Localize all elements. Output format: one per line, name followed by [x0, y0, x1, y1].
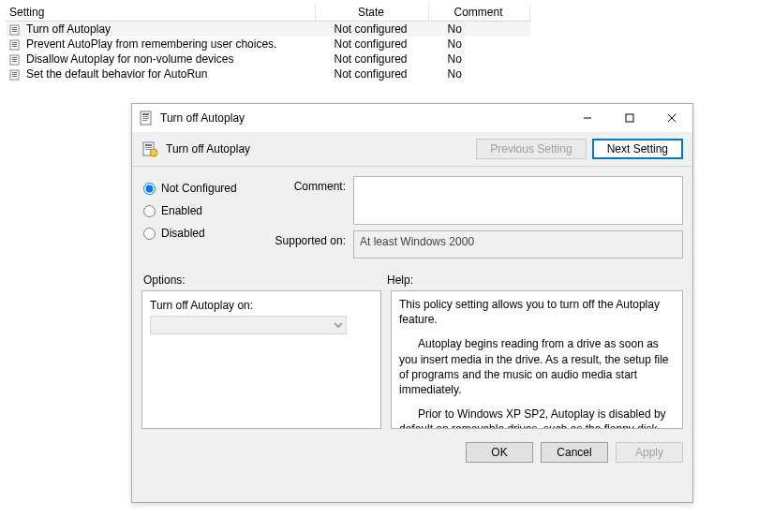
- radio-not-configured[interactable]: Not Configured: [141, 182, 261, 195]
- table-row[interactable]: Turn off Autoplay Not configured No: [6, 22, 530, 37]
- close-button[interactable]: [650, 105, 692, 131]
- col-header-comment[interactable]: Comment: [429, 4, 530, 22]
- ok-button[interactable]: OK: [466, 442, 533, 463]
- toolbar-title: Turn off Autoplay: [166, 142, 470, 155]
- help-heading: Help:: [387, 273, 413, 287]
- svg-rect-20: [142, 120, 147, 121]
- next-setting-button[interactable]: Next Setting: [592, 139, 683, 159]
- svg-point-29: [150, 149, 157, 156]
- svg-rect-2: [12, 29, 17, 30]
- table-row[interactable]: Disallow Autoplay for non-volume devices…: [6, 52, 530, 66]
- window-title: Turn off Autoplay: [160, 111, 566, 125]
- radio-input[interactable]: [143, 228, 156, 240]
- table-row[interactable]: Prevent AutoPlay from remembering user c…: [6, 37, 530, 52]
- comment-input[interactable]: [353, 176, 683, 225]
- maximize-button[interactable]: [608, 105, 650, 131]
- svg-rect-19: [142, 118, 149, 119]
- col-header-state[interactable]: State: [316, 4, 429, 22]
- policy-dialog: Turn off Autoplay Turn off Autoplay Prev…: [131, 103, 693, 503]
- radio-enabled[interactable]: Enabled: [141, 204, 261, 217]
- policy-icon: [9, 54, 22, 66]
- setting-name: Disallow Autoplay for non-volume devices: [26, 52, 233, 66]
- svg-rect-10: [12, 59, 17, 60]
- setting-name: Turn off Autoplay: [26, 22, 111, 36]
- radio-label: Disabled: [161, 227, 205, 240]
- setting-state: Not configured: [316, 52, 429, 66]
- svg-rect-1: [12, 27, 17, 28]
- setting-name: Prevent AutoPlay from remembering user c…: [26, 37, 276, 51]
- setting-comment: No: [429, 37, 530, 52]
- titlebar[interactable]: Turn off Autoplay: [132, 104, 692, 132]
- setting-name: Set the default behavior for AutoRun: [26, 67, 207, 81]
- svg-rect-15: [12, 76, 17, 77]
- autoplay-target-select: [150, 316, 347, 334]
- svg-rect-3: [12, 31, 17, 32]
- radio-disabled[interactable]: Disabled: [141, 227, 261, 240]
- policy-icon: [9, 39, 22, 51]
- table-row[interactable]: Set the default behavior for AutoRun Not…: [6, 66, 530, 81]
- svg-rect-7: [12, 46, 17, 47]
- policy-icon: [9, 24, 22, 36]
- radio-label: Not Configured: [161, 182, 237, 195]
- option-label: Turn off Autoplay on:: [150, 299, 373, 312]
- radio-input[interactable]: [143, 183, 156, 195]
- apply-button: Apply: [616, 442, 683, 463]
- state-radio-group: Not Configured Enabled Disabled: [141, 176, 261, 264]
- policy-icon: [9, 69, 22, 81]
- help-pane[interactable]: This policy setting allows you to turn o…: [391, 290, 683, 429]
- comment-label: Comment:: [261, 176, 353, 225]
- table-header-row: Setting State Comment: [6, 4, 530, 22]
- svg-rect-27: [145, 147, 152, 148]
- help-paragraph: Prior to Windows XP SP2, Autoplay is dis…: [399, 406, 676, 429]
- policy-icon: [141, 140, 158, 157]
- col-header-setting[interactable]: Setting: [6, 4, 316, 22]
- radio-input[interactable]: [143, 205, 156, 217]
- minimize-button[interactable]: [566, 105, 608, 131]
- svg-rect-18: [142, 116, 149, 117]
- options-heading: Options:: [143, 273, 387, 287]
- supported-on-text: At least Windows 2000: [353, 230, 683, 259]
- setting-comment: No: [429, 66, 530, 81]
- svg-rect-13: [12, 72, 17, 73]
- app-icon: [140, 111, 155, 126]
- svg-rect-9: [12, 57, 17, 58]
- svg-rect-22: [626, 114, 633, 122]
- help-paragraph: This policy setting allows you to turn o…: [399, 297, 676, 327]
- setting-state: Not configured: [316, 22, 429, 37]
- setting-comment: No: [429, 52, 530, 66]
- svg-rect-6: [12, 44, 17, 45]
- radio-label: Enabled: [161, 204, 202, 217]
- previous-setting-button: Previous Setting: [476, 139, 586, 159]
- supported-label: Supported on:: [261, 230, 353, 259]
- svg-rect-14: [12, 74, 17, 75]
- setting-state: Not configured: [316, 37, 429, 52]
- cancel-button[interactable]: Cancel: [541, 442, 608, 463]
- options-pane: Turn off Autoplay on:: [141, 290, 381, 429]
- svg-rect-17: [142, 113, 149, 115]
- setting-comment: No: [429, 22, 530, 37]
- svg-rect-11: [12, 61, 17, 62]
- svg-rect-26: [145, 144, 152, 146]
- svg-rect-5: [12, 42, 17, 43]
- policy-settings-table: Setting State Comment Turn off Autoplay …: [6, 4, 530, 81]
- help-paragraph: Autoplay begins reading from a drive as …: [399, 336, 676, 397]
- dialog-toolbar: Turn off Autoplay Previous Setting Next …: [132, 132, 692, 167]
- setting-state: Not configured: [316, 66, 429, 81]
